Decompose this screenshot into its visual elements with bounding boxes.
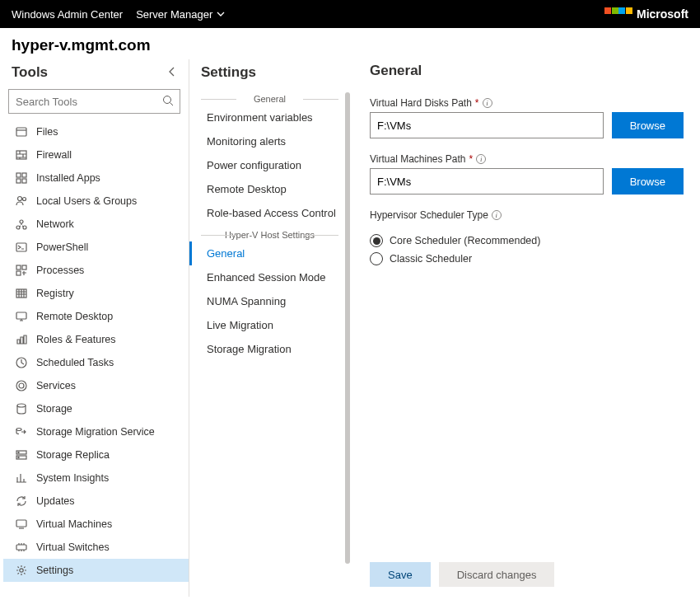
tools-list: FilesFirewallInstalled AppsLocal Users &…: [0, 120, 189, 597]
save-button[interactable]: Save: [370, 562, 431, 587]
network-icon: [15, 218, 28, 231]
action-bar: Save Discard changes: [370, 562, 554, 587]
settings-icon: [15, 564, 28, 577]
svg-rect-14: [22, 265, 26, 270]
svg-point-21: [17, 404, 26, 407]
tool-item-registry[interactable]: Registry: [3, 282, 189, 305]
vhd-browse-button[interactable]: Browse: [612, 112, 684, 138]
tool-item-virtual-switches[interactable]: Virtual Switches: [3, 536, 189, 559]
tool-item-label: Updates: [36, 495, 75, 507]
vm-browse-button[interactable]: Browse: [612, 168, 684, 195]
settings-item-role-based-access-control[interactable]: Role-based Access Control: [189, 201, 350, 225]
tool-item-scheduled-tasks[interactable]: Scheduled Tasks: [3, 351, 189, 374]
tool-item-label: Virtual Machines: [36, 518, 112, 530]
svg-rect-13: [16, 265, 21, 270]
host-title: hyper-v.mgmt.com: [12, 36, 688, 54]
settings-item-environment-variables[interactable]: Environment variables: [189, 105, 350, 129]
discard-button[interactable]: Discard changes: [439, 562, 555, 587]
svg-point-26: [18, 457, 19, 457]
settings-item-live-migration[interactable]: Live Migration: [189, 313, 350, 337]
settings-item-numa-spanning[interactable]: NUMA Spanning: [189, 289, 350, 313]
settings-item-general[interactable]: General: [189, 241, 350, 265]
tool-item-remote-desktop[interactable]: Remote Desktop: [3, 305, 189, 328]
tool-item-powershell[interactable]: PowerShell: [3, 236, 189, 259]
tool-item-system-insights[interactable]: System Insights: [3, 466, 189, 490]
tool-item-processes[interactable]: Processes: [3, 259, 189, 282]
tool-item-label: Registry: [36, 288, 74, 299]
scheduler-option[interactable]: Core Scheduler (Recommended): [370, 234, 684, 247]
tool-item-label: Remote Desktop: [36, 311, 113, 322]
tool-item-storage-replica[interactable]: Storage Replica: [3, 443, 189, 466]
svg-point-20: [16, 381, 26, 391]
tool-item-label: Virtual Switches: [36, 541, 110, 553]
svg-point-9: [20, 220, 23, 223]
tools-title: Tools: [12, 64, 48, 81]
storage-icon: [15, 402, 28, 415]
tool-item-settings[interactable]: Settings: [3, 559, 189, 582]
scheduled-tasks-icon: [15, 356, 28, 369]
services-icon: [15, 379, 28, 392]
microsoft-logo-icon: [604, 7, 632, 21]
scheduler-option[interactable]: Classic Scheduler: [370, 252, 684, 265]
tool-item-label: Scheduled Tasks: [36, 357, 114, 368]
info-icon[interactable]: i: [483, 98, 492, 108]
tools-search-input[interactable]: [8, 89, 180, 114]
radio-label: Classic Scheduler: [390, 253, 472, 265]
tool-item-label: Installed Apps: [36, 172, 100, 184]
settings-item-remote-desktop[interactable]: Remote Desktop: [189, 177, 350, 201]
updates-icon: [15, 495, 28, 508]
admin-center-link[interactable]: Windows Admin Center: [12, 8, 123, 21]
radio-label: Core Scheduler (Recommended): [390, 235, 540, 246]
tool-item-installed-apps[interactable]: Installed Apps: [3, 166, 189, 190]
tool-item-storage[interactable]: Storage: [3, 397, 189, 420]
microsoft-brand: Microsoft: [604, 7, 688, 21]
tool-item-label: Processes: [36, 265, 84, 276]
collapse-tools-icon[interactable]: [167, 67, 177, 79]
settings-item-enhanced-session-mode[interactable]: Enhanced Session Mode: [189, 265, 350, 289]
vswitch-icon: [15, 541, 28, 554]
settings-item-storage-migration[interactable]: Storage Migration: [189, 337, 350, 361]
storage-replica-icon: [15, 448, 28, 462]
info-icon[interactable]: i: [492, 210, 502, 220]
insights-icon: [15, 471, 28, 485]
server-manager-dropdown[interactable]: Server Manager: [136, 8, 225, 21]
scheduler-radio-group: Core Scheduler (Recommended)Classic Sche…: [370, 229, 684, 270]
tool-item-network[interactable]: Network: [3, 213, 189, 236]
roles-icon: [15, 333, 28, 346]
microsoft-brand-text: Microsoft: [637, 7, 688, 21]
svg-rect-3: [16, 173, 21, 177]
apps-icon: [15, 171, 28, 185]
svg-rect-15: [16, 271, 21, 275]
tool-item-label: System Insights: [36, 472, 109, 484]
svg-rect-1: [16, 128, 26, 136]
tool-item-label: Storage: [36, 403, 72, 415]
info-icon[interactable]: i: [476, 154, 486, 164]
settings-item-monitoring-alerts[interactable]: Monitoring alerts: [189, 129, 350, 153]
settings-group-label: General: [201, 94, 338, 104]
tool-item-roles-features[interactable]: Roles & Features: [3, 328, 189, 351]
tool-item-local-users-groups[interactable]: Local Users & Groups: [3, 190, 189, 213]
tool-item-label: Roles & Features: [36, 334, 116, 345]
processes-icon: [15, 264, 28, 277]
vhd-path-input[interactable]: [370, 112, 604, 138]
tools-search: [8, 89, 180, 114]
settings-item-power-configuration[interactable]: Power configuration: [189, 153, 350, 177]
tool-item-label: Storage Migration Service: [36, 426, 155, 438]
tool-item-label: Files: [36, 126, 58, 138]
firewall-icon: [15, 148, 28, 162]
search-icon[interactable]: [162, 95, 174, 109]
svg-point-25: [18, 452, 19, 452]
tool-item-files[interactable]: Files: [3, 120, 189, 143]
svg-rect-4: [22, 173, 26, 177]
vm-path-input[interactable]: [370, 168, 604, 195]
vm-icon: [15, 518, 28, 531]
tool-item-label: Firewall: [36, 149, 72, 161]
server-manager-label: Server Manager: [136, 8, 212, 21]
tool-item-firewall[interactable]: Firewall: [3, 143, 189, 166]
tool-item-storage-migration-service[interactable]: Storage Migration Service: [3, 420, 189, 443]
settings-title: Settings: [189, 64, 350, 89]
tool-item-updates[interactable]: Updates: [3, 490, 189, 513]
tool-item-virtual-machines[interactable]: Virtual Machines: [3, 513, 189, 536]
tools-panel: Tools FilesFirewallInstalled AppsLocal U…: [0, 59, 189, 597]
tool-item-services[interactable]: Services: [3, 374, 189, 397]
